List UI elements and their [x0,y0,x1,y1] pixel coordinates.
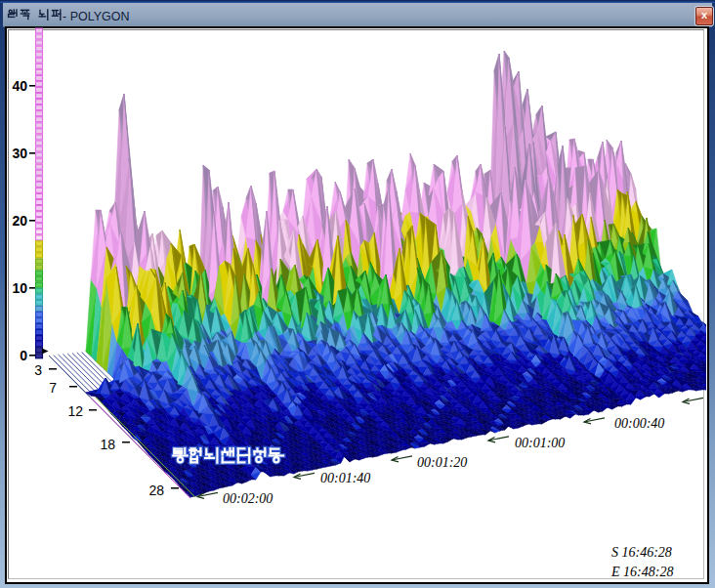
svg-text:28: 28 [148,483,164,498]
svg-text:S 16:46:28: S 16:46:28 [611,545,672,560]
svg-text:40: 40 [12,78,27,94]
svg-text:20: 20 [12,213,27,229]
svg-text:30: 30 [12,146,27,161]
svg-text:00:00:40: 00:00:40 [614,416,664,431]
svg-text:10: 10 [12,280,27,296]
svg-text:00:01:40: 00:01:40 [320,471,370,485]
svg-text:00:02:00: 00:02:00 [223,491,273,506]
svg-text:7: 7 [49,380,57,396]
svg-text:18: 18 [100,437,115,452]
svg-text:00:01:00: 00:01:00 [515,436,565,450]
svg-text:00:01:20: 00:01:20 [417,455,467,470]
svg-text:3: 3 [34,362,42,378]
svg-text:E 16:48:28: E 16:48:28 [610,565,673,579]
svg-text:0: 0 [20,348,27,363]
svg-text:12: 12 [67,403,83,419]
